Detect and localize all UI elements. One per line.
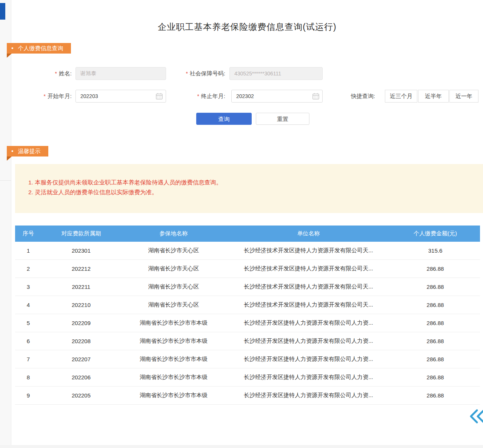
cell-amount: 286.88 [391, 284, 480, 290]
cell-company: 长沙经济技术开发区捷特人力资源开发有限公司天... [226, 301, 391, 308]
cell-period: 202211 [42, 284, 121, 290]
bottom-strip [0, 445, 483, 448]
table-row: 7 202207 湖南省长沙市长沙市市本级 长沙经济开发区捷特人力资源开发有限公… [15, 350, 480, 368]
cell-area: 湖南省长沙市天心区 [121, 265, 226, 272]
section-badge-personal-query: •个人缴费信息查询 [7, 43, 71, 54]
start-date-wrapper [75, 90, 166, 103]
cell-amount: 286.88 [391, 356, 480, 362]
section-label: 个人缴费信息查询 [18, 45, 63, 51]
header-company: 单位名称 [226, 230, 391, 237]
notice-line: 1. 本服务仅提供尚未领取企业职工基本养老保险待遇人员的缴费信息查询。 [28, 178, 483, 187]
cell-amount: 286.88 [391, 392, 480, 399]
cell-amount: 315.6 [391, 247, 480, 254]
cell-period: 202205 [42, 392, 121, 399]
cell-area: 湖南省长沙市天心区 [121, 301, 226, 308]
cell-area: 湖南省长沙市长沙市市本级 [121, 319, 226, 327]
start-date-label: *开始年月: [30, 90, 72, 103]
table-row: 1 202301 湖南省长沙市天心区 长沙经济技术开发区捷特人力资源开发有限公司… [15, 242, 480, 260]
cell-seq: 6 [15, 338, 42, 344]
quick-query-halfyear-button[interactable]: 近半年 [418, 90, 449, 103]
required-marker: * [43, 93, 45, 99]
payment-records-table: 序号 对应费款所属期 参保地名称 单位名称 个人缴费金额(元) 1 202301… [15, 226, 480, 405]
cell-amount: 286.88 [391, 265, 480, 272]
bullet-icon: • [11, 43, 14, 54]
cell-period: 202212 [42, 265, 121, 272]
cell-company: 长沙经济开发区捷特人力资源开发有限公司人力资... [226, 319, 391, 327]
required-marker: * [186, 71, 188, 77]
reset-button[interactable]: 重置 [256, 113, 309, 125]
notice-panel: 1. 本服务仅提供尚未领取企业职工基本养老保险待遇人员的缴费信息查询。 2. 灵… [15, 164, 483, 213]
header-amount: 个人缴费金额(元) [391, 230, 480, 237]
cell-company: 长沙经济技术开发区捷特人力资源开发有限公司天... [226, 283, 391, 290]
cell-period: 202209 [42, 320, 121, 326]
end-date-label: *终止年月: [187, 90, 225, 103]
bullet-icon: • [11, 146, 14, 156]
table-row: 3 202211 湖南省长沙市天心区 长沙经济技术开发区捷特人力资源开发有限公司… [15, 278, 480, 296]
cell-company: 长沙经济技术开发区捷特人力资源开发有限公司天... [226, 247, 391, 254]
required-marker: * [197, 93, 199, 99]
cell-area: 湖南省长沙市长沙市市本级 [121, 374, 226, 381]
quick-query-3months-button[interactable]: 近三个月 [385, 90, 417, 103]
double-chevron-left-icon[interactable] [469, 408, 483, 425]
cell-amount: 286.88 [391, 374, 480, 380]
cell-seq: 9 [15, 392, 42, 399]
quick-query-oneyear-button[interactable]: 近一年 [449, 90, 478, 103]
cell-seq: 7 [15, 356, 42, 362]
end-date-wrapper [231, 90, 323, 103]
cell-area: 湖南省长沙市长沙市市本级 [121, 338, 226, 345]
name-label: *姓名: [30, 67, 72, 80]
cell-company: 长沙经济开发区捷特人力资源开发有限公司人力资... [226, 356, 391, 363]
section-badge-tips: •温馨提示 [7, 146, 48, 156]
cell-company: 长沙经济开发区捷特人力资源开发有限公司人力资... [226, 374, 391, 381]
ssn-field [229, 67, 323, 80]
calendar-icon[interactable] [312, 93, 319, 100]
header-area: 参保地名称 [121, 230, 226, 237]
required-marker: * [55, 71, 57, 77]
query-button[interactable]: 查询 [196, 113, 252, 125]
ssn-label: *社会保障号码: [172, 67, 225, 80]
cell-company: 长沙经济技术开发区捷特人力资源开发有限公司天... [226, 265, 391, 272]
page-title: 企业职工基本养老保险缴费信息查询(试运行) [11, 21, 483, 33]
calendar-icon[interactable] [156, 93, 163, 100]
cell-area: 湖南省长沙市天心区 [121, 247, 226, 254]
cell-seq: 4 [15, 302, 42, 308]
cell-seq: 3 [15, 284, 42, 290]
gutter-divider [0, 180, 11, 181]
badge-fold-decoration [7, 156, 12, 161]
start-date-input[interactable] [75, 90, 166, 103]
table-header-row: 序号 对应费款所属期 参保地名称 单位名称 个人缴费金额(元) [15, 226, 480, 242]
header-period: 对应费款所属期 [42, 230, 121, 237]
cell-seq: 5 [15, 320, 42, 326]
table-row: 4 202210 湖南省长沙市天心区 长沙经济技术开发区捷特人力资源开发有限公司… [15, 296, 480, 314]
cell-period: 202301 [42, 247, 121, 254]
header-seq: 序号 [15, 230, 42, 237]
section-label: 温馨提示 [18, 148, 41, 154]
name-field [75, 67, 166, 80]
table-row: 2 202212 湖南省长沙市天心区 长沙经济技术开发区捷特人力资源开发有限公司… [15, 260, 480, 278]
table-row: 8 202206 湖南省长沙市长沙市市本级 长沙经济开发区捷特人力资源开发有限公… [15, 368, 480, 387]
end-date-input[interactable] [231, 90, 323, 103]
cell-area: 湖南省长沙市长沙市市本级 [121, 392, 226, 399]
cell-period: 202208 [42, 338, 121, 344]
notice-line: 2. 灵活就业人员的缴费单位信息以实际缴费为准。 [28, 187, 483, 197]
table-row: 6 202208 湖南省长沙市长沙市市本级 长沙经济开发区捷特人力资源开发有限公… [15, 332, 480, 350]
cell-amount: 286.88 [391, 302, 480, 308]
cell-company: 长沙经济开发区捷特人力资源开发有限公司人力资... [226, 392, 391, 399]
table-row: 5 202209 湖南省长沙市长沙市市本级 长沙经济开发区捷特人力资源开发有限公… [15, 314, 480, 332]
cell-seq: 1 [15, 247, 42, 254]
cell-period: 202207 [42, 356, 121, 362]
cell-area: 湖南省长沙市长沙市市本级 [121, 356, 226, 363]
cell-seq: 2 [15, 265, 42, 272]
badge-fold-decoration [7, 54, 12, 58]
cell-period: 202206 [42, 374, 121, 380]
pension-query-page: 企业职工基本养老保险缴费信息查询(试运行) •个人缴费信息查询 *姓名: *社会… [0, 0, 483, 448]
left-gutter [0, 0, 11, 448]
cell-period: 202210 [42, 302, 121, 308]
cell-area: 湖南省长沙市天心区 [121, 283, 226, 290]
scrollbar-thumb[interactable] [0, 3, 5, 20]
cell-company: 长沙经济开发区捷特人力资源开发有限公司人力资... [226, 338, 391, 345]
cell-amount: 286.88 [391, 338, 480, 344]
table-row: 9 202205 湖南省长沙市长沙市市本级 长沙经济开发区捷特人力资源开发有限公… [15, 387, 480, 405]
quick-query-label: 快捷查询: [351, 90, 381, 103]
cell-seq: 8 [15, 374, 42, 380]
